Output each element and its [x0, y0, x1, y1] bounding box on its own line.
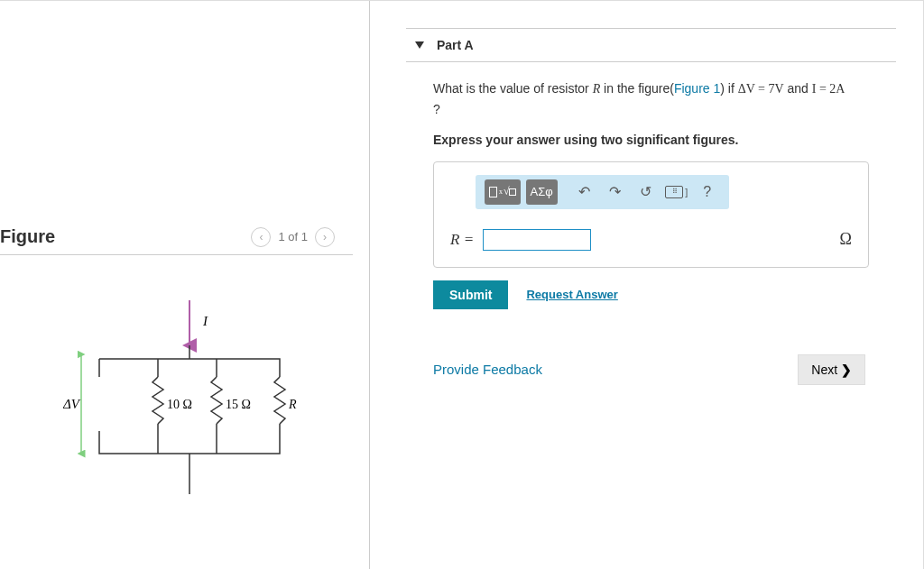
- figure-header: Figure ‹ 1 of 1 ›: [0, 226, 353, 255]
- dv-label: ΔV: [63, 397, 81, 411]
- answer-row: R = Ω: [450, 229, 852, 251]
- equation-toolbar: x√ ΑΣφ ↶ ↷ ↺ ⠿] ?: [476, 175, 729, 209]
- question-panel: Part A What is the value of resistor R i…: [370, 1, 923, 569]
- redo-button[interactable]: ↷: [603, 179, 628, 205]
- help-button[interactable]: ?: [695, 179, 720, 205]
- keyboard-button[interactable]: ⠿]: [664, 179, 689, 205]
- provide-feedback-link[interactable]: Provide Feedback: [433, 362, 542, 377]
- r3-label: R: [288, 398, 297, 411]
- r2-label: 15 Ω: [226, 398, 251, 411]
- reset-button[interactable]: ↺: [633, 179, 659, 205]
- figure-next-button[interactable]: ›: [315, 227, 335, 247]
- figure-title: Figure: [0, 226, 55, 247]
- unit-label: Ω: [840, 230, 852, 249]
- templates-button[interactable]: x√: [485, 179, 521, 205]
- collapse-icon: [415, 41, 424, 49]
- r1-label: 10 Ω: [167, 398, 192, 411]
- part-a-header[interactable]: Part A: [406, 28, 896, 62]
- submit-button[interactable]: Submit: [433, 280, 508, 309]
- question-text: What is the value of resistor R in the f…: [433, 78, 869, 120]
- instruction-text: Express your answer using two significan…: [433, 133, 869, 147]
- part-a-title: Part A: [437, 38, 474, 52]
- figure-nav-position: 1 of 1: [278, 230, 308, 243]
- answer-box: x√ ΑΣφ ↶ ↷ ↺ ⠿] ? R = Ω: [433, 161, 869, 268]
- figure-panel: Figure ‹ 1 of 1 ›: [0, 1, 370, 569]
- i-label: I: [202, 314, 208, 328]
- figure-nav: ‹ 1 of 1 ›: [251, 227, 335, 247]
- symbols-button[interactable]: ΑΣφ: [526, 179, 558, 205]
- figure-prev-button[interactable]: ‹: [251, 227, 271, 247]
- answer-input[interactable]: [483, 229, 591, 251]
- submit-row: Submit Request Answer: [433, 280, 869, 309]
- figure-link[interactable]: Figure 1: [674, 81, 720, 96]
- next-button[interactable]: Next ❯: [798, 354, 865, 385]
- undo-button[interactable]: ↶: [572, 179, 597, 205]
- request-answer-link[interactable]: Request Answer: [526, 288, 617, 301]
- circuit-figure: ΔV I: [0, 255, 369, 501]
- r-equals-label: R =: [450, 231, 474, 249]
